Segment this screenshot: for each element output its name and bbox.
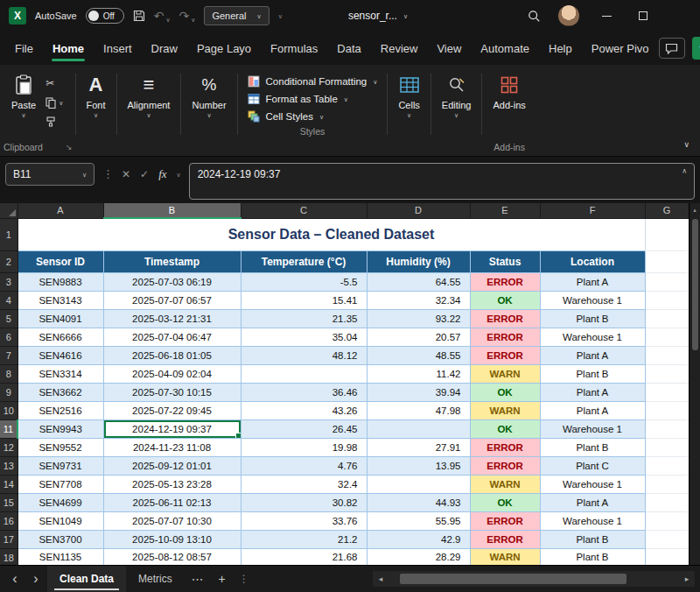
ribbon-tab-data[interactable]: Data <box>327 35 370 62</box>
cell-f8[interactable]: Plant B <box>540 364 645 383</box>
autosave-toggle[interactable]: Off <box>86 8 124 24</box>
cell-e11[interactable]: OK <box>470 419 540 438</box>
name-box[interactable]: B11 ∨ <box>5 163 94 186</box>
cell-e5[interactable]: ERROR <box>470 309 540 328</box>
cell-a12[interactable]: SEN9552 <box>18 438 103 456</box>
horizontal-scrollbar[interactable]: ◂ ▸ <box>373 571 695 587</box>
cell-g18[interactable] <box>645 548 689 565</box>
row-header-2[interactable]: 2 <box>0 250 18 272</box>
cell-c10[interactable]: 43.26 <box>241 401 367 419</box>
row-header-8[interactable]: 8 <box>0 364 18 383</box>
cell-d8[interactable]: 11.42 <box>367 364 470 383</box>
sheet-nav-right-icon[interactable]: › <box>26 566 46 592</box>
cell-b14[interactable]: 2025-05-13 23:28 <box>103 475 241 493</box>
cell-e4[interactable]: OK <box>470 291 540 309</box>
confirm-entry-button[interactable]: ✓ <box>140 168 149 180</box>
cell-a13[interactable]: SEN9731 <box>18 456 103 475</box>
horizontal-scrollbar-track[interactable] <box>388 574 679 584</box>
cell-a8[interactable]: SEN3314 <box>18 364 103 383</box>
cell-f10[interactable]: Plant A <box>540 401 645 419</box>
cell-d12[interactable]: 27.91 <box>367 438 470 456</box>
copy-button[interactable]: ∨ <box>46 96 63 109</box>
ribbon-tab-power-pivo[interactable]: Power Pivo <box>582 35 659 62</box>
ribbon-tab-help[interactable]: Help <box>539 35 582 62</box>
row-header-14[interactable]: 14 <box>0 475 18 493</box>
format-painter-button[interactable] <box>46 116 63 128</box>
cell-e13[interactable]: ERROR <box>470 456 540 475</box>
ribbon-tab-insert[interactable]: Insert <box>94 35 142 62</box>
sheet-more-button[interactable]: ⋯ <box>186 566 209 592</box>
cell-b5[interactable]: 2025-03-12 21:31 <box>103 309 241 328</box>
number-menu-button[interactable]: % Number ∨ <box>184 70 234 120</box>
cell-d10[interactable]: 47.98 <box>367 401 470 419</box>
undo-button[interactable]: ↶ ∨ <box>154 9 171 23</box>
cell-g3[interactable] <box>645 272 689 291</box>
addins-button[interactable]: Add-ins <box>485 70 533 112</box>
cell-a9[interactable]: SEN3662 <box>18 383 103 401</box>
cell-g17[interactable] <box>645 530 689 548</box>
cell-b15[interactable]: 2025-06-11 02:13 <box>103 493 241 511</box>
alignment-menu-button[interactable]: ≡ Alignment ∨ <box>120 70 178 120</box>
excel-logo-icon[interactable]: X <box>9 7 26 25</box>
select-all-corner[interactable] <box>0 203 18 218</box>
cell-c14[interactable]: 32.4 <box>241 475 367 493</box>
cell-b9[interactable]: 2025-07-30 10:15 <box>103 383 241 401</box>
row-header-9[interactable]: 9 <box>0 383 18 401</box>
cell-g12[interactable] <box>645 438 689 456</box>
cell-a11[interactable]: SEN9943 <box>18 419 103 438</box>
cell-c16[interactable]: 33.76 <box>241 511 367 530</box>
vertical-scrollbar-thumb[interactable] <box>692 219 698 350</box>
cell-g9[interactable] <box>645 383 689 401</box>
cut-button[interactable]: ✂ <box>46 77 63 89</box>
cell-f18[interactable]: Plant B <box>540 548 645 565</box>
sheet-title-cell[interactable]: Sensor Data – Cleaned Dataset <box>18 218 645 250</box>
cell-e14[interactable]: WARN <box>470 475 540 493</box>
cell-d13[interactable]: 13.95 <box>367 456 470 475</box>
save-button[interactable] <box>133 10 145 22</box>
table-header-humidity[interactable]: Humidity (%) <box>367 250 470 272</box>
row-header-11[interactable]: 11 <box>0 419 18 438</box>
cell-f6[interactable]: Warehouse 1 <box>540 328 645 346</box>
cell-e8[interactable]: WARN <box>470 364 540 383</box>
cell-e12[interactable]: ERROR <box>470 438 540 456</box>
cell-g5[interactable] <box>645 309 689 328</box>
cell-d18[interactable]: 28.29 <box>367 548 470 565</box>
ribbon-tab-home[interactable]: Home <box>43 35 94 62</box>
cell-g10[interactable] <box>645 401 689 419</box>
cell-b4[interactable]: 2025-07-07 06:57 <box>103 291 241 309</box>
avatar[interactable] <box>558 5 579 26</box>
cell-e18[interactable]: WARN <box>470 548 540 565</box>
vertical-scrollbar[interactable]: ▴ <box>689 203 700 565</box>
cell-b7[interactable]: 2025-06-18 01:05 <box>103 346 241 364</box>
cell-d7[interactable]: 48.55 <box>367 346 470 364</box>
cell-a15[interactable]: SEN4699 <box>18 493 103 511</box>
formula-bar-collapse-icon[interactable]: ∨ <box>682 167 687 175</box>
cell-f4[interactable]: Warehouse 1 <box>540 291 645 309</box>
cell-f13[interactable]: Plant C <box>540 456 645 475</box>
cell-g2[interactable] <box>645 250 689 272</box>
paste-button[interactable]: Paste ∨ <box>4 70 44 120</box>
cell-c8[interactable] <box>241 364 367 383</box>
column-header-a[interactable]: A <box>18 203 103 218</box>
row-header-1[interactable]: 1 <box>0 218 18 250</box>
cell-c4[interactable]: 15.41 <box>241 291 367 309</box>
cell-e7[interactable]: ERROR <box>470 346 540 364</box>
cell-f15[interactable]: Plant A <box>540 493 645 511</box>
cell-c6[interactable]: 35.04 <box>241 328 367 346</box>
row-header-17[interactable]: 17 <box>0 530 18 548</box>
scroll-left-icon[interactable]: ◂ <box>374 574 387 583</box>
cell-f3[interactable]: Plant A <box>540 272 645 291</box>
font-menu-button[interactable]: A Font ∨ <box>79 70 114 120</box>
cell-b8[interactable]: 2025-04-09 02:04 <box>103 364 241 383</box>
cell-b10[interactable]: 2025-07-22 09:45 <box>103 401 241 419</box>
cell-a14[interactable]: SEN7708 <box>18 475 103 493</box>
cell-d6[interactable]: 20.57 <box>367 328 470 346</box>
cell-styles-button[interactable]: Cell Styles ∨ <box>248 110 378 123</box>
sheet-tab-metrics[interactable]: Metrics <box>126 566 185 592</box>
conditional-formatting-button[interactable]: Conditional Formatting ∨ <box>248 75 378 88</box>
restore-button[interactable] <box>634 6 653 25</box>
sheet-tab-clean-data[interactable]: Clean Data <box>47 566 126 592</box>
column-header-g[interactable]: G <box>645 203 689 218</box>
row-header-16[interactable]: 16 <box>0 511 18 530</box>
cell-d17[interactable]: 42.9 <box>367 530 470 548</box>
